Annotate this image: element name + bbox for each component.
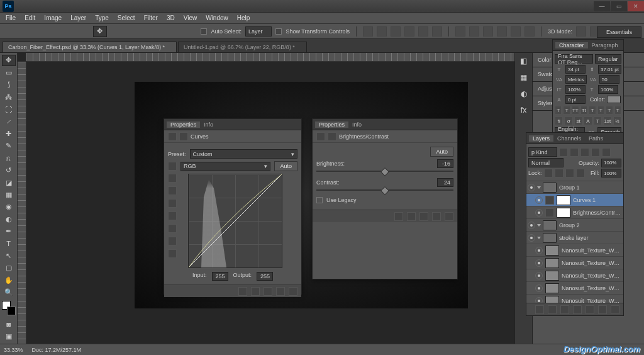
align-icon[interactable]: [377, 26, 387, 37]
layer-name[interactable]: Nanosuit_Texture_Wallpaper_2_b...: [562, 285, 622, 291]
filter-type-icon[interactable]: [580, 148, 589, 157]
visibility-toggle[interactable]: [535, 247, 543, 254]
eyedropper-tool[interactable]: ⟋: [2, 116, 16, 127]
italic-btn[interactable]: T: [563, 106, 570, 115]
delete-icon[interactable]: [445, 212, 453, 221]
strike-btn[interactable]: T: [614, 106, 621, 115]
contrast-value[interactable]: 24: [437, 178, 453, 187]
channel-dropdown[interactable]: RGB▾: [180, 162, 270, 171]
menu-select[interactable]: Select: [113, 14, 140, 21]
layer-thumb[interactable]: [545, 271, 559, 281]
filter-shape-icon[interactable]: [591, 148, 600, 157]
trash-icon[interactable]: [611, 305, 619, 314]
auto-select-checkbox[interactable]: [201, 28, 207, 35]
marquee-tool[interactable]: ▭: [2, 67, 16, 78]
layers-panel[interactable]: Layers Channels Paths p Kind NormalOpaci…: [526, 132, 624, 316]
menu-image[interactable]: Image: [40, 14, 66, 21]
layer-name[interactable]: Group 1: [559, 184, 622, 191]
visibility-toggle[interactable]: [535, 259, 543, 267]
layer-thumb[interactable]: [545, 245, 559, 256]
input-value[interactable]: 255: [212, 272, 228, 281]
baseline[interactable]: 0 pt: [565, 95, 586, 104]
align-icon[interactable]: [418, 26, 428, 37]
lock-trans-icon[interactable]: [544, 169, 553, 178]
reset-icon[interactable]: [419, 212, 428, 221]
quickmask-tool[interactable]: ◙: [2, 318, 16, 329]
info-tab[interactable]: Info: [348, 121, 365, 128]
new-layer-icon[interactable]: [598, 305, 607, 314]
character-panel[interactable]: Character Paragraph Fira Sans OT Reg...R…: [552, 39, 624, 140]
visibility-toggle[interactable]: [528, 234, 535, 242]
eyedropper-white[interactable]: [168, 237, 177, 245]
visibility-toggle[interactable]: [535, 297, 543, 303]
paths-tab[interactable]: Paths: [585, 135, 607, 142]
layer-row[interactable]: Nanosuit_Texture_Wallpaper_2_b...: [526, 269, 623, 282]
layer-name[interactable]: stroke layer: [559, 235, 622, 241]
distribute-icon[interactable]: [469, 26, 479, 37]
paragraph-tab[interactable]: Paragraph: [588, 42, 622, 48]
menu-layer[interactable]: Layer: [66, 14, 91, 21]
clip-icon[interactable]: [238, 287, 247, 296]
distribute-icon[interactable]: [455, 26, 465, 37]
align-icon[interactable]: [363, 26, 373, 37]
color-icon[interactable]: ◧: [518, 55, 530, 67]
layer-name[interactable]: Nanosuit_Texture_Wallpaper_2_b...: [562, 273, 622, 279]
visibility-icon[interactable]: [432, 212, 441, 221]
gradient-tool[interactable]: ▦: [2, 189, 16, 200]
distribute-icon[interactable]: [511, 26, 521, 37]
zoom-level[interactable]: 33.33%: [4, 347, 23, 353]
lock-pixel-icon[interactable]: [555, 169, 564, 178]
delete-icon[interactable]: [289, 287, 297, 296]
leading[interactable]: 37.01 pt: [598, 65, 621, 74]
disclosure-triangle[interactable]: [537, 237, 541, 239]
filter-adj-icon[interactable]: [570, 148, 579, 157]
filter-smart-icon[interactable]: [602, 148, 611, 157]
maximize-button[interactable]: ▭: [611, 1, 627, 11]
underline-btn[interactable]: T: [606, 106, 613, 115]
workspace-switcher[interactable]: Essentials: [597, 26, 641, 38]
eraser-tool[interactable]: ◪: [2, 177, 16, 188]
align-icon[interactable]: [432, 26, 442, 37]
show-transform-checkbox[interactable]: [275, 28, 282, 35]
layer-thumb[interactable]: [545, 283, 559, 293]
super-btn[interactable]: T: [589, 106, 596, 115]
visibility-toggle[interactable]: [528, 184, 535, 191]
visibility-toggle[interactable]: [535, 272, 543, 279]
eyedropper-gray[interactable]: [168, 224, 177, 233]
opentype-btn[interactable]: σ: [564, 116, 572, 125]
channels-tab[interactable]: Channels: [553, 135, 585, 142]
document-tab[interactable]: Carbon_Fiber_Effect.psd @ 33.3% (Curves …: [3, 42, 177, 52]
bold-btn[interactable]: T: [555, 106, 562, 115]
preset-dropdown[interactable]: Custom▾: [190, 149, 297, 159]
opentype-btn[interactable]: fi: [555, 116, 563, 125]
kerning[interactable]: Metrics: [565, 75, 587, 84]
eyedropper-black[interactable]: [168, 211, 177, 220]
vscale[interactable]: 100%: [565, 85, 586, 94]
character-tab[interactable]: Character: [555, 42, 588, 48]
menu-3d[interactable]: 3D: [162, 14, 179, 21]
crop-tool[interactable]: ⛶: [2, 104, 16, 115]
lock-all-icon[interactable]: [576, 169, 585, 178]
layer-name[interactable]: Nanosuit_Texture_Wallpaper_2_b...: [562, 298, 622, 303]
text-color-swatch[interactable]: [607, 96, 621, 103]
opentype-btn[interactable]: T: [594, 116, 602, 125]
visibility-toggle[interactable]: [535, 196, 543, 204]
disclosure-triangle[interactable]: [537, 186, 541, 189]
auto-select-dropdown[interactable]: Layer: [245, 26, 272, 37]
layer-name[interactable]: Nanosuit_Texture_Wallpaper_2_b...: [562, 260, 622, 266]
blend-mode-dropdown[interactable]: Normal: [528, 158, 564, 167]
layer-row[interactable]: Brightness/Contrast 1: [526, 206, 623, 219]
font-style-dropdown[interactable]: Regular: [595, 54, 621, 64]
layer-row[interactable]: Nanosuit_Texture_Wallpaper_2_b...: [526, 257, 623, 269]
auto-button[interactable]: Auto: [274, 161, 297, 171]
lock-pos-icon[interactable]: [565, 169, 574, 178]
visibility-icon[interactable]: [276, 287, 285, 296]
opentype-btn[interactable]: A: [584, 116, 592, 125]
caps-btn[interactable]: TT: [572, 106, 579, 115]
visibility-toggle[interactable]: [528, 222, 535, 229]
opacity-value[interactable]: 100%: [601, 159, 621, 167]
layer-row[interactable]: Nanosuit_Texture_Wallpaper_2_b...: [526, 282, 623, 295]
align-icon[interactable]: [391, 26, 401, 37]
layer-name[interactable]: Curves 1: [573, 197, 622, 203]
properties-tab[interactable]: Properties: [315, 121, 348, 128]
